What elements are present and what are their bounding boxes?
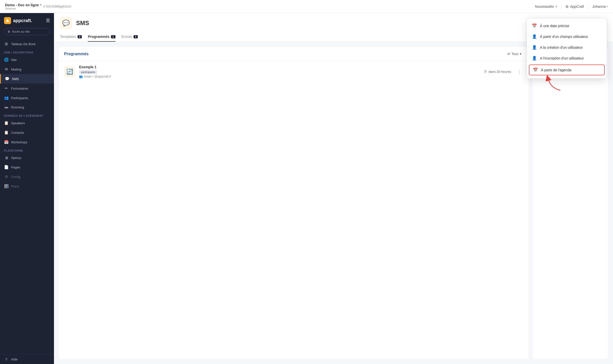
item-tag: participants	[79, 70, 97, 74]
automatisation-panel: Automatisati... Au	[533, 47, 608, 359]
item-avatar: 🔄	[64, 66, 75, 77]
user-chevron-icon: ▾	[607, 5, 608, 8]
dropdown-label-creation: A la création d'un utilisateur	[540, 45, 583, 49]
dropdown-item-inscription-utilisateur[interactable]: 👤 A l'inscription d'un utilisateur	[527, 53, 607, 64]
tab-envois[interactable]: Envois 1	[121, 32, 138, 42]
calendar-date-icon: 📅	[532, 23, 537, 28]
workshops-icon: 📅	[4, 140, 9, 144]
pages-icon: 📄	[4, 165, 9, 169]
dropdown-item-creation-utilisateur[interactable]: 👤 A la création d'un utilisateur	[527, 42, 607, 53]
sidebar-item-tableau-de-bord[interactable]: ⊞ Tableau De Bord	[0, 39, 54, 49]
sidebar-label-pages: Pages	[11, 165, 20, 169]
topbar-appcraft[interactable]: ⊞ AppCraft	[566, 5, 584, 9]
access-site-button[interactable]: 🖥 Accès au site	[4, 28, 50, 35]
sidebar-item-participants[interactable]: 👥 Participants	[0, 93, 54, 103]
sidebar-item-site[interactable]: 🌐 Site	[0, 55, 54, 65]
sidebar-bottom: ? Aide	[0, 354, 54, 364]
dropdown-label-inscription: A l'inscription d'un utilisateur	[540, 56, 584, 60]
item-time-text: dans 20 heures	[488, 70, 511, 74]
nouveautes-dot	[555, 6, 557, 8]
topbar-nouveautes[interactable]: Nouveautés	[535, 5, 557, 9]
sidebar-logo: appcraft. ☰	[0, 13, 54, 26]
dropdown-item-agenda[interactable]: 📅 À partir de l'agenda	[529, 65, 605, 75]
nouveautes-label: Nouveautés	[535, 5, 554, 9]
filter-label: Tous	[512, 52, 518, 56]
sidebar-label-tableau: Tableau De Bord	[11, 42, 35, 46]
aide-icon: ?	[4, 357, 9, 361]
hamburger-icon[interactable]: ☰	[46, 18, 50, 23]
tab-programmes-label: Programmés	[88, 35, 109, 39]
sidebar-item-plans[interactable]: 📊 Plans	[0, 181, 54, 191]
programmes-title: Programmés	[64, 52, 89, 56]
hash-code: 53nX0MbjqlOo1h	[46, 5, 71, 8]
sidebar-label-contacts: Contacts	[11, 131, 24, 135]
sidebar-item-workshops[interactable]: 📅 Workshops	[0, 137, 54, 147]
layout: appcraft. ☰ 🖥 Accès au site ⊞ Tableau De…	[0, 13, 613, 364]
filter-button[interactable]: ⇄ Tous ▾	[505, 51, 524, 57]
dropdown-item-date-precise[interactable]: 📅 À une date précise	[527, 20, 607, 31]
logo: appcraft.	[4, 17, 32, 24]
sidebar-section-data: DONNÉES DE L'ÉVÉNEMENT	[0, 112, 54, 118]
apercu-icon: 🖥	[4, 156, 9, 160]
item-email: 👥 email = @appcraft.fr	[79, 75, 480, 78]
dropdown-label-agenda: À partir de l'agenda	[541, 68, 571, 72]
sidebar-item-apercu[interactable]: 🖥 Aperçu	[0, 153, 54, 162]
forms-icon: ✏	[4, 86, 9, 91]
topbar-left: Demo - Doc en ligne ▾ Johanna # 53nX0Mbj…	[5, 3, 71, 10]
sidebar-item-mailing[interactable]: ✉ Mailing	[0, 65, 54, 74]
tab-programmes[interactable]: Programmés 1	[88, 32, 115, 42]
sidebar-item-formulaires[interactable]: ✏ Formulaires	[0, 84, 54, 93]
sidebar-item-rooming[interactable]: 🛏 Rooming	[0, 103, 54, 112]
user-field-icon: 👤	[532, 34, 537, 39]
clock-icon: ⏱	[484, 70, 487, 74]
site-icon: 🌐	[4, 57, 9, 62]
item-info: Exemple 1 participants 👥 email = @appcra…	[79, 65, 480, 78]
topbar: Demo - Doc en ligne ▾ Johanna # 53nX0Mbj…	[0, 0, 613, 13]
content-area: Programmés ⇄ Tous ▾ 🔄 Exemple 1 partici	[54, 42, 613, 364]
sidebar-label-aide: Aide	[11, 357, 18, 361]
sidebar-item-config[interactable]: ⚙ Config	[0, 172, 54, 181]
topbar-project: Demo - Doc en ligne ▾ Johanna	[5, 3, 41, 10]
svg-marker-0	[6, 19, 9, 22]
page-title-row: 💬 SMS 📅 Programmer un envoi	[60, 17, 607, 29]
tab-templates-label: Templates	[60, 35, 76, 39]
tab-templates[interactable]: Templates 2	[60, 32, 82, 42]
config-icon: ⚙	[4, 174, 9, 179]
access-btn-label: Accès au site	[12, 30, 30, 33]
dropdown-label-date: À une date précise	[540, 24, 569, 28]
refresh-icon: 🔄	[66, 69, 73, 75]
tabs: Templates 2 Programmés 1 Envois 1	[60, 32, 607, 42]
sidebar-label-formulaires: Formulaires	[11, 87, 28, 90]
sidebar-item-aide[interactable]: ? Aide	[0, 355, 54, 364]
sidebar-label-mailing: Mailing	[11, 68, 21, 71]
sidebar-label-config: Config	[11, 175, 21, 179]
topbar-hash-section: # 53nX0MbjqlOo1h	[43, 5, 72, 8]
filter-chevron-icon: ▾	[520, 52, 522, 56]
topbar-divider2	[588, 4, 588, 10]
sidebar-label-site: Site	[11, 58, 17, 62]
dashboard-icon: ⊞	[4, 42, 9, 46]
group-icon: 👥	[79, 75, 83, 78]
sidebar: appcraft. ☰ 🖥 Accès au site ⊞ Tableau De…	[0, 13, 54, 364]
tab-programmes-badge: 1	[111, 35, 115, 38]
grid-icon: ⊞	[566, 5, 569, 9]
topbar-project-name[interactable]: Demo - Doc en ligne ▾	[5, 3, 41, 7]
dropdown-label-champs: À partir d'un champs utilisateur	[540, 35, 588, 39]
logo-name: appcraft.	[13, 18, 32, 23]
plans-icon: 📊	[4, 184, 9, 189]
agenda-icon: 📅	[533, 68, 538, 72]
page-icon: 💬	[60, 17, 72, 29]
sms-page-icon: 💬	[62, 20, 70, 27]
page-title: SMS	[76, 20, 89, 27]
dropdown-item-champs-utilisateur[interactable]: 👤 À partir d'un champs utilisateur	[527, 31, 607, 42]
topbar-user[interactable]: Johanna ▾	[592, 5, 608, 9]
hash-symbol: #	[43, 5, 45, 8]
item-more-button[interactable]: ⋮	[515, 68, 524, 76]
sidebar-item-contacts[interactable]: 📋 Contacts	[0, 128, 54, 137]
sidebar-item-sms[interactable]: 💬 SMS	[0, 74, 54, 84]
sidebar-item-pages[interactable]: 📄 Pages	[0, 162, 54, 172]
sidebar-item-speakers[interactable]: 📋 Speakers	[0, 118, 54, 128]
item-name: Exemple 1	[79, 65, 480, 69]
programmes-panel-header: Programmés ⇄ Tous ▾	[59, 47, 529, 61]
project-chevron-icon: ▾	[40, 3, 41, 7]
